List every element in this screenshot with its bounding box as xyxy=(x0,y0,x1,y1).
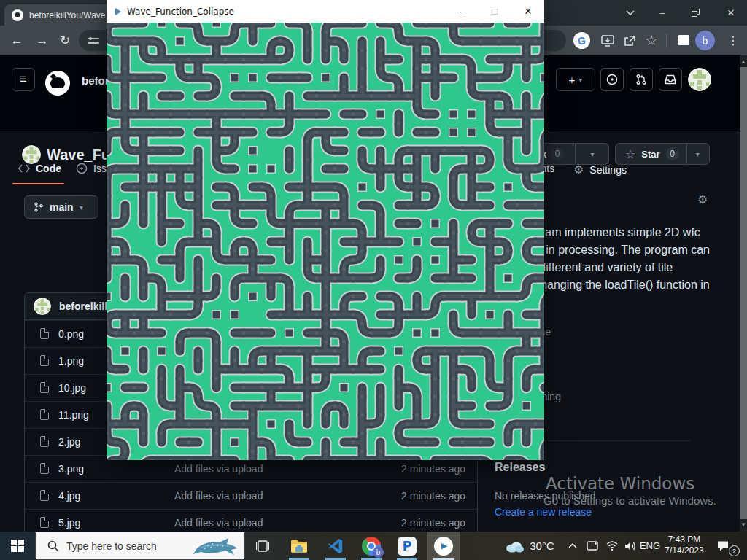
running-sketch-button[interactable]: ▶ xyxy=(427,532,460,560)
branch-name: main xyxy=(50,201,74,213)
tray-device-icon[interactable] xyxy=(584,532,601,560)
repo-avatar xyxy=(22,145,41,164)
reload-icon[interactable]: ↻ xyxy=(54,26,76,55)
caret-down-icon: ▾ xyxy=(80,203,83,211)
fork-dropdown-button[interactable]: ▾ xyxy=(576,143,609,165)
forward-icon[interactable]: → xyxy=(31,26,53,55)
browser-menu-icon[interactable]: ⋮ xyxy=(722,26,744,55)
hamburger-icon: ≡ xyxy=(20,72,27,87)
windows-logo-icon xyxy=(11,540,24,553)
star-button-group[interactable]: ☆ Star 0 ▾ xyxy=(615,143,710,165)
back-icon[interactable]: ← xyxy=(6,26,28,55)
sketch-window[interactable]: Wave_Function_Collapse – □ ✕ xyxy=(107,0,544,460)
create-new-button[interactable]: + ▾ xyxy=(556,68,595,91)
pull-requests-button[interactable] xyxy=(630,68,653,91)
file-icon xyxy=(40,436,49,447)
file-explorer-icon xyxy=(290,539,308,553)
notification-icon xyxy=(716,540,729,552)
browser-minimize-button[interactable]: – xyxy=(648,0,677,26)
sketch-app-icon xyxy=(115,8,121,15)
google-icon[interactable]: G xyxy=(573,32,590,49)
scroll-up-icon[interactable]: ▲ xyxy=(740,57,747,67)
browser-restore-button[interactable] xyxy=(681,0,710,26)
github-favicon-icon xyxy=(12,9,23,21)
star-icon: ☆ xyxy=(625,147,635,161)
wifi-icon[interactable] xyxy=(603,532,621,560)
releases-heading[interactable]: Releases xyxy=(495,461,545,474)
activate-windows-watermark: Activate Windows xyxy=(546,474,694,493)
weather-icon[interactable] xyxy=(503,532,525,560)
task-view-button[interactable] xyxy=(248,532,277,560)
issue-circle-icon xyxy=(606,74,618,85)
hamburger-menu-button[interactable]: ≡ xyxy=(12,68,35,91)
scrollbar-thumb[interactable] xyxy=(740,67,747,519)
bookmark-star-icon[interactable]: ☆ xyxy=(640,26,662,55)
github-logo[interactable] xyxy=(45,71,70,96)
browser-close-button[interactable]: ✕ xyxy=(716,0,746,26)
caret-down-icon: ▾ xyxy=(590,150,594,158)
sketch-titlebar[interactable]: Wave_Function_Collapse – □ ✕ xyxy=(107,0,544,23)
file-icon xyxy=(40,517,49,528)
clock-time: 7:43 PM xyxy=(660,534,708,545)
taskbar-search[interactable]: Type here to search xyxy=(35,532,245,560)
chrome-button[interactable]: b xyxy=(357,532,386,560)
chrome-profile-badge: b xyxy=(373,547,384,558)
file-explorer-button[interactable] xyxy=(285,532,314,560)
notification-count-badge: 2 xyxy=(729,545,740,556)
about-gear-icon[interactable]: ⚙ xyxy=(697,192,708,206)
issues-icon xyxy=(76,163,88,174)
language-indicator[interactable]: ENG xyxy=(638,532,662,560)
volume-icon[interactable] xyxy=(622,532,639,560)
tune-icon[interactable] xyxy=(88,36,99,45)
file-row[interactable]: 4.jpgAdd files via upload2 minutes ago xyxy=(25,482,477,509)
desktop-screen: beforelkillYou/Wave_Function_Collapse – … xyxy=(0,0,747,560)
sketch-window-title: Wave_Function_Collapse xyxy=(127,7,234,17)
issues-nav-button[interactable] xyxy=(600,68,624,91)
plus-icon: + xyxy=(569,74,576,86)
create-release-link[interactable]: Create a new release xyxy=(495,506,592,518)
tab-code[interactable]: Code xyxy=(18,163,61,174)
side-panel-icon[interactable] xyxy=(678,35,689,45)
branch-icon xyxy=(34,202,44,212)
activate-windows-subtitle: Go to Settings to activate Windows. xyxy=(543,494,716,507)
java-app-icon: ▶ xyxy=(434,537,453,556)
search-icon xyxy=(47,540,59,552)
sketch-close-button[interactable]: ✕ xyxy=(512,0,544,23)
sketch-minimize-button[interactable]: – xyxy=(446,0,479,23)
pull-request-icon xyxy=(635,74,647,85)
commit-author-avatar[interactable] xyxy=(34,298,51,315)
user-avatar[interactable] xyxy=(688,68,711,91)
taskbar-clock[interactable]: 7:43 PM 7/14/2023 xyxy=(660,534,708,556)
weather-temp[interactable]: 30°C xyxy=(527,532,557,560)
start-button[interactable] xyxy=(0,532,35,560)
share-icon[interactable] xyxy=(619,26,640,55)
whale-shark-image[interactable] xyxy=(190,536,241,558)
star-count: 0 xyxy=(666,147,679,160)
inbox-button[interactable] xyxy=(659,68,682,91)
scroll-down-icon[interactable]: ▼ xyxy=(740,520,747,530)
processing-icon: P xyxy=(398,537,417,556)
file-icon xyxy=(40,355,49,366)
wfc-pattern-canvas xyxy=(107,23,544,460)
profile-avatar[interactable]: b xyxy=(695,31,715,50)
vscode-icon xyxy=(328,538,344,554)
task-view-icon xyxy=(256,540,269,552)
vscode-button[interactable] xyxy=(321,532,350,560)
active-tab-underline xyxy=(12,183,64,184)
caret-down-icon: ▾ xyxy=(696,150,700,158)
processing-button[interactable]: P xyxy=(392,532,422,560)
code-icon xyxy=(18,164,30,173)
branch-selector[interactable]: main ▾ xyxy=(24,195,98,219)
sketch-maximize-button[interactable]: □ xyxy=(479,0,511,23)
file-icon xyxy=(40,328,49,339)
tab-search-chevron-icon[interactable] xyxy=(616,0,645,26)
install-icon[interactable] xyxy=(597,26,619,55)
button-divider xyxy=(686,144,687,164)
caret-down-icon: ▾ xyxy=(578,76,582,84)
tray-chevron-up-icon[interactable] xyxy=(564,532,581,560)
file-row[interactable]: 5.jpgAdd files via upload2 minutes ago xyxy=(25,509,477,532)
page-scrollbar[interactable]: ▲ ▼ xyxy=(740,55,747,532)
clock-date: 7/14/2023 xyxy=(660,545,708,556)
file-icon xyxy=(40,463,49,474)
inbox-icon xyxy=(665,74,676,85)
